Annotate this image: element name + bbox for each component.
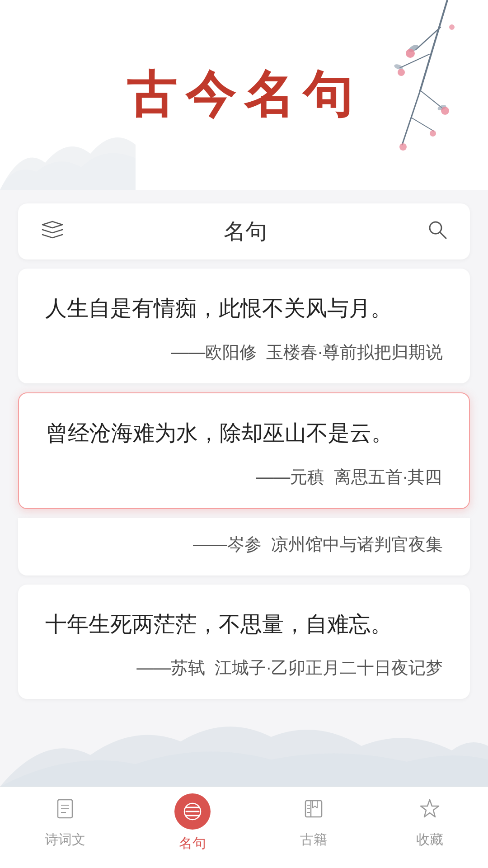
header: 古今名句 [0,0,488,190]
quote-author-2: ——元稹 离思五首·其四 [46,464,442,490]
quote-card-1[interactable]: 人生自是有情痴，此恨不关风与月。 ——欧阳修 玉楼春·尊前拟把归期说 [18,269,470,383]
bottom-nav: 诗词文 名句 古籍 [0,787,488,868]
quote-text-4: 十年生死两茫茫，不思量，自难忘。 [45,607,443,642]
nav-item-famous[interactable]: 名句 [174,793,211,853]
quotes-list: 人生自是有情痴，此恨不关风与月。 ——欧阳修 玉楼春·尊前拟把归期说 曾经沧海难… [0,259,488,798]
svg-point-13 [399,143,407,151]
star-icon [418,797,441,826]
svg-line-2 [416,27,441,50]
nav-label-classics: 古籍 [300,830,327,849]
quote-card-2[interactable]: 曾经沧海难为水，除却巫山不是云。 ——元稹 离思五首·其四 [18,392,470,509]
svg-point-11 [441,107,449,115]
search-icon[interactable] [427,219,447,245]
nav-label-famous: 名句 [179,834,206,853]
branch-decoration [375,0,474,172]
layers-icon[interactable] [41,218,64,245]
toolbar: 名句 [18,203,470,259]
mountain-left-decoration [0,99,136,190]
app-title: 古今名句 [127,61,361,129]
doc-icon [53,797,77,826]
quote-text-2: 曾经沧海难为水，除却巫山不是云。 [46,416,442,451]
quote-card-3[interactable]: ——岑参 凉州馆中与诸判官夜集 [18,518,470,576]
book-icon [302,797,325,826]
svg-line-16 [440,232,446,238]
svg-point-10 [398,69,405,76]
famous-icon-circle [174,793,211,830]
svg-marker-30 [421,800,439,817]
toolbar-title: 名句 [224,217,267,246]
svg-line-4 [420,90,443,108]
nav-label-poetry: 诗词文 [45,830,85,849]
quote-author-1: ——欧阳修 玉楼春·尊前拟把归期说 [45,340,443,365]
quote-card-4[interactable]: 十年生死两茫茫，不思量，自难忘。 ——苏轼 江城子·乙卯正月二十日夜记梦 [18,585,470,699]
quote-author-3: ——岑参 凉州馆中与诸判官夜集 [45,532,443,557]
nav-label-favorites: 收藏 [416,830,443,849]
svg-point-9 [406,49,415,58]
quote-author-4: ——苏轼 江城子·乙卯正月二十日夜记梦 [45,655,443,681]
nav-item-favorites[interactable]: 收藏 [416,797,443,849]
svg-line-0 [420,0,447,90]
svg-line-5 [411,118,434,131]
svg-line-3 [400,54,429,68]
svg-point-14 [449,24,455,30]
nav-item-classics[interactable]: 古籍 [300,797,327,849]
nav-item-poetry[interactable]: 诗词文 [45,797,85,849]
svg-point-12 [430,130,436,137]
quote-text-1: 人生自是有情痴，此恨不关风与月。 [45,291,443,326]
